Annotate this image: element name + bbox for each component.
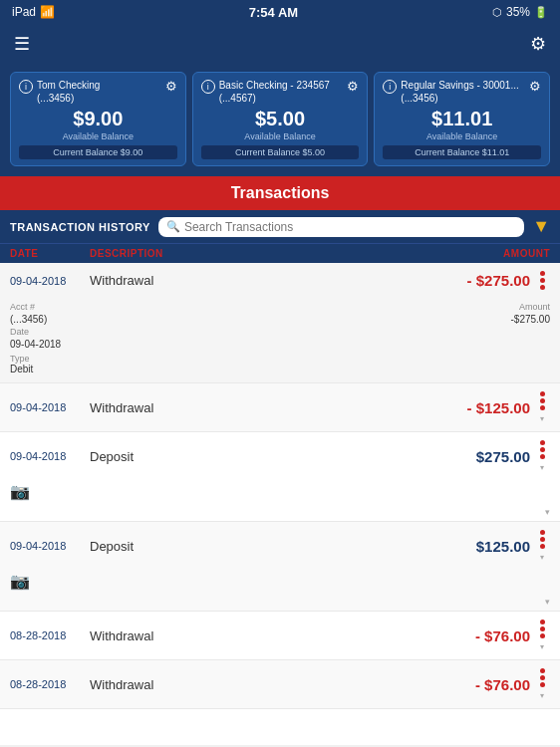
camera-row: 📷 [0,570,560,597]
search-box[interactable]: 🔍 [158,217,524,237]
dot2 [540,675,545,680]
ipad-label: iPad [12,5,36,19]
table-row[interactable]: 09-04-2018 Deposit $125.00 ▾ 📷 ▾ [0,522,560,612]
dot1 [540,440,545,445]
account-balance-label: Available Balance [19,131,177,141]
tx-desc: Withdrawal [90,677,430,692]
table-row[interactable]: 09-04-2018 Withdrawal - $125.00 ▾ [0,383,560,432]
dot3 [540,633,545,638]
account-card-header: i Regular Savings - 30001...(...3456) ⚙ [383,79,541,105]
tx-amount: $275.00 [430,448,530,465]
col-description: DESCRIPTION [90,248,450,259]
transactions-header: Transactions [0,176,560,210]
tx-desc: Deposit [90,449,430,464]
tx-row-main[interactable]: 09-04-2018 Withdrawal - $275.00 [0,263,560,298]
account-name: Tom Checking(...3456) [37,79,100,105]
battery-icon: 🔋 [534,6,548,19]
tx-date: 08-28-2018 [10,678,90,690]
tx-amount: - $275.00 [430,272,530,289]
tx-list: 09-04-2018 Withdrawal - $275.00 Acct # (… [0,263,560,745]
account-card-info: i Regular Savings - 30001...(...3456) [383,79,529,105]
tx-dots[interactable]: ▾ [534,530,550,562]
tx-row-main[interactable]: 09-04-2018 Deposit $125.00 ▾ [0,522,560,570]
tx-row-main[interactable]: 09-04-2018 Withdrawal - $125.00 ▾ [0,383,560,431]
dot3 [540,544,545,549]
tx-desc: Withdrawal [90,400,430,415]
account-card-info: i Basic Checking - 234567(...4567) [201,79,348,105]
account-current-balance: Current Balance $5.00 [201,145,360,159]
tx-date: 09-04-2018 [10,450,90,462]
dot2 [540,398,545,403]
tx-row-main[interactable]: 08-28-2018 Withdrawal - $76.00 ▾ [0,660,560,708]
account-balance-main: $9.00 [19,108,177,130]
dot3 [540,454,545,459]
search-icon: 🔍 [166,220,180,233]
account-balance-label: Available Balance [201,131,360,141]
tx-dots[interactable] [534,271,550,290]
tx-type-row: Type Debit [10,354,550,374]
date-label: Date [10,327,61,337]
dot3 [540,285,545,290]
account-current-balance: Current Balance $11.01 [383,145,541,159]
tx-detail-col-amount: Amount -$275.00 [511,302,550,350]
info-icon: i [19,80,33,94]
account-card-2[interactable]: i Regular Savings - 30001...(...3456) ⚙ … [374,72,550,166]
table-row[interactable]: 09-04-2018 Withdrawal - $275.00 Acct # (… [0,263,560,383]
account-balance-label: Available Balance [383,131,541,141]
dot3 [540,682,545,687]
tx-dots[interactable]: ▾ [534,391,550,423]
account-balance-main: $11.01 [383,108,541,130]
wifi-icon: 📶 [40,5,55,19]
account-gear-icon[interactable]: ⚙ [165,79,177,94]
tx-desc: Deposit [90,539,430,554]
col-headers: DATE DESCRIPTION AMOUNT [0,243,560,263]
dot2 [540,278,545,283]
type-value: Debit [10,364,550,374]
tx-history-bar: TRANSACTION HISTORY 🔍 ▼ [0,210,560,243]
account-name: Basic Checking - 234567(...4567) [219,79,330,105]
account-card-1[interactable]: i Basic Checking - 234567(...4567) ⚙ $5.… [192,72,369,166]
amount-value: -$275.00 [511,314,550,325]
table-row[interactable]: 08-28-2018 Withdrawal - $76.00 ▾ [0,660,560,709]
info-icon: i [201,80,215,94]
date-value: 09-04-2018 [10,339,61,350]
acct-value: (...3456) [10,314,61,325]
status-time: 7:54 AM [249,5,298,20]
amount-label: Amount [511,302,550,312]
tx-amount: $125.00 [430,538,530,555]
tx-date: 09-04-2018 [10,401,90,413]
type-label: Type [10,354,550,364]
camera-icon[interactable]: 📷 [10,573,30,590]
account-gear-icon[interactable]: ⚙ [529,79,541,94]
settings-icon[interactable]: ⚙ [530,33,546,55]
dot3 [540,405,545,410]
tx-desc: Withdrawal [90,628,430,643]
search-input[interactable] [184,220,516,234]
account-gear-icon[interactable]: ⚙ [347,79,359,94]
dot2 [540,447,545,452]
filter-icon[interactable]: ▼ [532,216,550,237]
tx-detail-grid: Acct # (...3456) Date 09-04-2018 Amount … [10,302,550,350]
account-name: Regular Savings - 30001...(...3456) [401,79,518,105]
table-row[interactable]: 09-04-2018 Deposit $275.00 ▾ 📷 ▾ [0,432,560,522]
dot1 [540,271,545,276]
tx-dots[interactable]: ▾ [534,440,550,472]
dot2 [540,626,545,631]
table-row[interactable]: 08-28-2018 Withdrawal - $76.00 ▾ [0,612,560,660]
account-card-0[interactable]: i Tom Checking(...3456) ⚙ $9.00 Availabl… [10,72,186,166]
camera-icon[interactable]: 📷 [10,483,30,500]
tx-row-main[interactable]: 08-28-2018 Withdrawal - $76.00 ▾ [0,612,560,659]
col-amount: AMOUNT [450,248,550,259]
tx-amount: - $125.00 [430,399,530,416]
account-card-header: i Basic Checking - 234567(...4567) ⚙ [201,79,360,105]
menu-icon[interactable]: ☰ [14,33,30,55]
dot1 [540,668,545,673]
tx-row-main[interactable]: 09-04-2018 Deposit $275.00 ▾ [0,432,560,480]
tx-date: 08-28-2018 [10,629,90,641]
battery-label: 35% [506,5,530,19]
info-icon: i [383,80,397,94]
tx-dots[interactable]: ▾ [534,620,550,651]
tx-amount: - $76.00 [430,676,530,693]
tx-dots[interactable]: ▾ [534,668,550,700]
dot2 [540,537,545,542]
